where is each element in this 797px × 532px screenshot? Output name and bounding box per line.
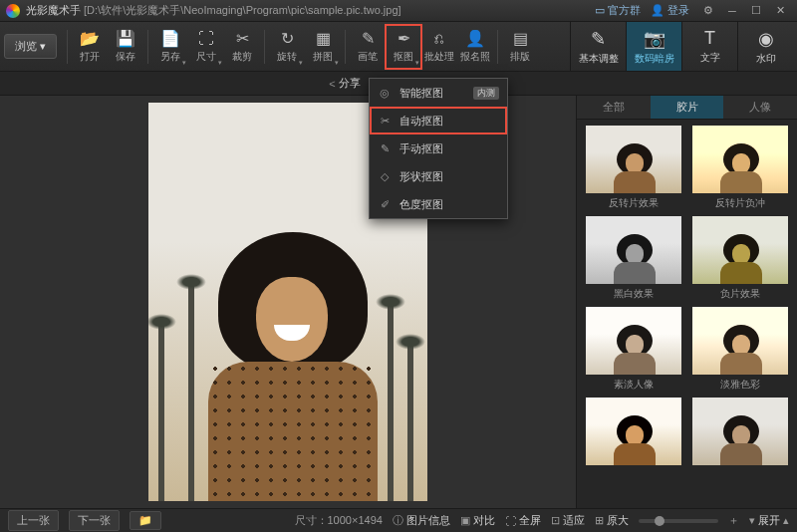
right-tab-水印[interactable]: ◉水印 (737, 22, 793, 71)
effect-thumb[interactable] (692, 307, 788, 375)
zoom-in-button[interactable]: ＋ (728, 513, 739, 528)
dropdown-item-智能抠图[interactable]: ◎智能抠图内测 (370, 79, 507, 107)
dropdown-item-形状抠图[interactable]: ◇形状抠图 (370, 162, 507, 190)
settings-icon[interactable]: ⚙ (697, 3, 719, 19)
tool-icon: ⎌ (429, 30, 449, 48)
fit-button[interactable]: ⊡ 适应 (551, 513, 585, 528)
effect-label: 负片效果 (720, 287, 760, 301)
zoom-slider[interactable] (639, 519, 718, 523)
right-tab-基本调整[interactable]: ✎基本调整 (570, 22, 626, 71)
tool-label: 另存 (160, 50, 180, 64)
folder-button[interactable]: 📁 (130, 511, 161, 530)
effect-label: 淡雅色彩 (720, 378, 760, 392)
effect-thumb[interactable] (586, 398, 681, 465)
right-tab-文字[interactable]: T文字 (681, 22, 737, 71)
fullscreen-button[interactable]: ⛶ 全屏 (505, 513, 541, 528)
tab-label: 数码暗房 (635, 52, 674, 66)
tool-icon: ▦ (313, 30, 333, 48)
effects-sidebar: 全部胶片人像 反转片效果反转片负冲黑白效果负片效果素淡人像淡雅色彩 (576, 96, 797, 508)
tool-icon: 📂 (80, 30, 100, 48)
login-link[interactable]: 👤 登录 (651, 3, 689, 18)
actual-size-button[interactable]: ⊞ 原大 (595, 513, 629, 528)
prev-image-button[interactable]: 上一张 (8, 510, 59, 531)
titlebar: 光影魔术手 [D:\软件\光影魔术手\NeoImaging\Program\pi… (0, 0, 797, 22)
effect-素淡人像[interactable]: 素淡人像 (583, 307, 684, 392)
effect-label: 反转片负冲 (715, 196, 765, 210)
expand-panel-button[interactable]: ▾ 展开 ▴ (749, 513, 789, 528)
tool-label: 尺寸 (196, 50, 216, 64)
tool-label: 画笔 (358, 50, 378, 64)
tab-label: 文字 (700, 51, 720, 65)
tool-保存[interactable]: 💾保存 (108, 25, 143, 69)
share-button[interactable]: < 分享 (329, 76, 360, 91)
tab-icon: ◉ (758, 28, 774, 50)
dropdown-icon: ✂ (378, 115, 392, 128)
effect-thumb[interactable] (692, 398, 788, 465)
effect-反转片负冲[interactable]: 反转片负冲 (690, 126, 792, 210)
compare-button[interactable]: ▣ 对比 (460, 513, 495, 528)
badge: 内测 (473, 87, 499, 100)
tool-label: 打开 (80, 50, 100, 64)
dropdown-item-自动抠图[interactable]: ✂自动抠图 (370, 107, 507, 134)
tool-报名照[interactable]: 👤报名照 (457, 25, 493, 69)
dropdown-icon: ✐ (378, 198, 392, 211)
dropdown-label: 形状抠图 (399, 169, 443, 184)
dropdown-item-手动抠图[interactable]: ✎手动抠图 (370, 134, 507, 162)
effect-负片效果[interactable]: 负片效果 (690, 216, 792, 301)
effect-label: 反转片效果 (609, 196, 659, 210)
dropdown-label: 色度抠图 (399, 197, 443, 212)
tool-打开[interactable]: 📂打开 (72, 25, 108, 69)
tool-icon: 💾 (116, 30, 135, 48)
minimize-button[interactable]: ─ (721, 3, 743, 19)
tool-尺寸[interactable]: ⛶尺寸▾ (188, 25, 224, 69)
dropdown-label: 智能抠图 (399, 86, 443, 101)
tool-抠图[interactable]: ✒抠图▾ (386, 25, 421, 69)
effect-反转片效果[interactable]: 反转片效果 (583, 126, 684, 210)
app-icon (6, 4, 20, 18)
tool-icon: 👤 (465, 30, 485, 48)
tool-画笔[interactable]: ✎画笔 (350, 25, 386, 69)
side-tab-人像[interactable]: 人像 (723, 96, 797, 119)
effect-thumb[interactable] (586, 307, 681, 375)
effect-thumb[interactable] (586, 216, 681, 284)
tool-icon: ✎ (358, 30, 378, 48)
next-image-button[interactable]: 下一张 (69, 510, 120, 531)
effect-item[interactable] (690, 398, 792, 468)
image-size-label: 尺寸：1000×1494 (295, 513, 383, 528)
effect-thumb[interactable] (692, 216, 788, 284)
tool-label: 批处理 (424, 50, 454, 64)
dropdown-item-色度抠图[interactable]: ✐色度抠图 (370, 190, 507, 218)
dropdown-icon: ✎ (378, 142, 392, 155)
tab-icon: 📷 (644, 28, 665, 50)
right-tab-数码暗房[interactable]: 📷数码暗房 (626, 22, 681, 71)
official-group-link[interactable]: ▭ 官方群 (595, 3, 641, 18)
tool-批处理[interactable]: ⎌批处理 (421, 25, 457, 69)
effect-thumb[interactable] (692, 126, 788, 193)
browse-button[interactable]: 浏览 ▾ (4, 34, 57, 59)
tool-旋转[interactable]: ↻旋转▾ (269, 25, 305, 69)
dropdown-label: 手动抠图 (399, 141, 443, 156)
maximize-button[interactable]: ☐ (745, 3, 767, 19)
tool-拼图[interactable]: ▦拼图▾ (305, 25, 341, 69)
dropdown-icon: ◇ (378, 170, 392, 183)
tool-label: 报名照 (460, 50, 490, 64)
effect-item[interactable] (583, 398, 684, 468)
side-tab-全部[interactable]: 全部 (577, 96, 651, 119)
tool-label: 保存 (116, 50, 135, 64)
tab-icon: T (704, 28, 715, 49)
tool-label: 拼图 (313, 50, 333, 64)
close-button[interactable]: ✕ (769, 3, 791, 19)
tool-排版[interactable]: ▤排版 (502, 25, 538, 69)
main-toolbar: 浏览 ▾ 📂打开💾保存📄另存▾⛶尺寸▾✂裁剪↻旋转▾▦拼图▾✎画笔✒抠图▾⎌批处… (0, 22, 797, 72)
effect-label: 黑白效果 (614, 287, 654, 301)
tool-label: 裁剪 (232, 50, 252, 64)
effect-thumb[interactable] (586, 126, 681, 193)
tool-另存[interactable]: 📄另存▾ (152, 25, 188, 69)
side-tab-胶片[interactable]: 胶片 (651, 96, 724, 119)
tool-icon: 📄 (160, 30, 180, 48)
effect-黑白效果[interactable]: 黑白效果 (583, 216, 684, 301)
effect-淡雅色彩[interactable]: 淡雅色彩 (690, 307, 792, 392)
tool-icon: ▤ (510, 30, 530, 48)
image-info-button[interactable]: ⓘ 图片信息 (393, 513, 450, 528)
tool-裁剪[interactable]: ✂裁剪 (224, 25, 260, 69)
